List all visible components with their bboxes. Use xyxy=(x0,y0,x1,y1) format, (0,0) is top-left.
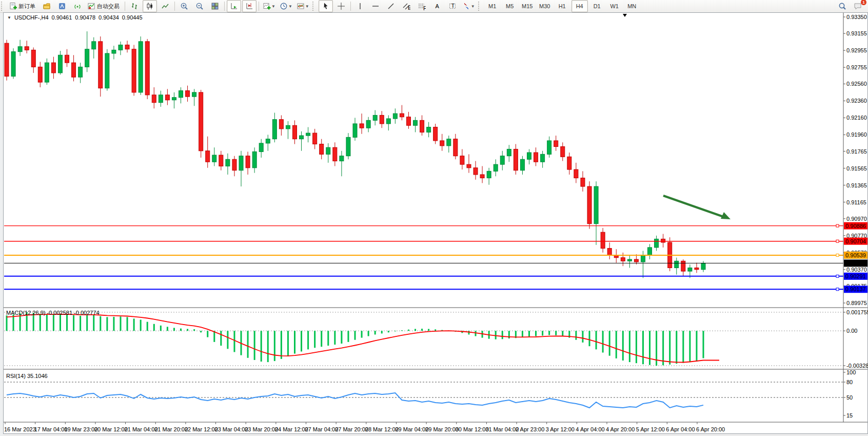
horizontal-line-button[interactable] xyxy=(368,0,383,12)
indicators-button[interactable]: ▼ xyxy=(261,0,277,12)
search-icon xyxy=(838,2,846,10)
svg-text:16 Mar 2023: 16 Mar 2023 xyxy=(4,426,36,432)
line-chart-button[interactable] xyxy=(158,0,172,12)
price-chart[interactable]: 0.933500.931550.929550.927550.925600.923… xyxy=(0,12,868,436)
zoom-in-icon xyxy=(180,2,188,10)
svg-text:0.93350: 0.93350 xyxy=(846,14,867,20)
cursor-button[interactable] xyxy=(319,0,333,12)
svg-text:0.89975: 0.89975 xyxy=(846,300,867,306)
timeframe-m30-button[interactable]: M30 xyxy=(537,0,553,12)
svg-text:0.92160: 0.92160 xyxy=(846,115,867,121)
svg-text:0.91365: 0.91365 xyxy=(846,182,867,188)
autotrading-label: 自动交易 xyxy=(97,3,120,10)
timeframe-m1-button[interactable]: M1 xyxy=(484,0,501,12)
svg-text:0.92560: 0.92560 xyxy=(846,81,867,87)
toolbar-grip[interactable] xyxy=(478,2,482,11)
profiles-icon xyxy=(43,2,51,10)
timeframe-h1-button[interactable]: H1 xyxy=(554,0,570,12)
svg-text:0.90137: 0.90137 xyxy=(845,286,866,292)
svg-text:0.91165: 0.91165 xyxy=(846,199,866,205)
quote-low: 0.90434 xyxy=(98,14,119,21)
svg-text:MACD(12,26,9) -0.002581 -0.002: MACD(12,26,9) -0.002581 -0.002774 xyxy=(6,310,100,316)
crosshair-icon xyxy=(337,2,345,10)
tile-windows-button[interactable] xyxy=(208,0,222,12)
periods-button[interactable]: ▼ xyxy=(278,0,294,12)
templates-button[interactable]: ▼ xyxy=(295,0,311,12)
timeframe-d1-button[interactable]: D1 xyxy=(589,0,605,12)
toolbar-separator xyxy=(125,2,125,11)
svg-text:6 Apr 20:00: 6 Apr 20:00 xyxy=(696,426,725,432)
svg-text:0.001755: 0.001755 xyxy=(846,309,868,315)
toolbar-separator xyxy=(224,2,225,11)
timeframe-group: M1M5M15M30H1H4D1W1MN xyxy=(484,0,641,12)
toolbar-grip[interactable] xyxy=(312,2,316,11)
cursor-icon xyxy=(322,2,330,10)
svg-text:27 Mar 20:00: 27 Mar 20:00 xyxy=(335,426,368,432)
auto-scroll-button[interactable] xyxy=(227,0,241,12)
candlestick-chart-button[interactable] xyxy=(143,0,157,12)
svg-text:27 Mar 04:00: 27 Mar 04:00 xyxy=(305,426,339,432)
timeframe-m5-button[interactable]: M5 xyxy=(502,0,518,12)
chart-shift-button[interactable] xyxy=(242,0,257,12)
chat-button[interactable]: 1 xyxy=(851,0,865,12)
zoom-out-button[interactable] xyxy=(192,0,207,12)
svg-text:100: 100 xyxy=(846,369,856,375)
svg-text:31 Mar 04:00: 31 Mar 04:00 xyxy=(485,426,519,432)
svg-text:-0.003284: -0.003284 xyxy=(846,363,868,369)
chart-menu-caret-icon[interactable]: ▼ xyxy=(7,15,11,20)
svg-text:0.93155: 0.93155 xyxy=(846,30,867,36)
vertical-line-button[interactable] xyxy=(353,0,367,12)
autotrading-icon xyxy=(87,2,95,10)
svg-text:0.92755: 0.92755 xyxy=(846,64,867,70)
svg-text:0.90291: 0.90291 xyxy=(845,273,866,279)
fibonacci-button[interactable]: F xyxy=(415,0,429,12)
new-order-button[interactable]: 新订单 xyxy=(7,0,38,12)
tile-windows-icon xyxy=(211,2,219,10)
svg-text:0.90370: 0.90370 xyxy=(846,267,867,273)
trendline-icon xyxy=(387,2,395,10)
text-label-icon: T xyxy=(448,2,457,10)
rsi-label: RSI(14) 35.1046 xyxy=(6,373,48,379)
svg-text:28 Mar 12:00: 28 Mar 12:00 xyxy=(365,426,399,432)
toolbar-grip[interactable] xyxy=(1,2,5,11)
search-button[interactable] xyxy=(835,0,850,12)
timeframe-h4-button[interactable]: H4 xyxy=(571,0,588,12)
svg-text:0.90970: 0.90970 xyxy=(846,216,867,222)
new-order-icon xyxy=(9,2,17,10)
toolbar-separator xyxy=(350,2,351,11)
text-button[interactable]: A xyxy=(430,0,444,12)
text-label-button[interactable]: T xyxy=(445,0,460,12)
svg-text:17 Mar 04:00: 17 Mar 04:00 xyxy=(34,426,68,432)
bar-chart-button[interactable] xyxy=(127,0,142,12)
svg-text:4 Apr 20:00: 4 Apr 20:00 xyxy=(606,426,635,432)
toolbar-separator xyxy=(174,2,175,11)
crosshair-button[interactable] xyxy=(334,0,348,12)
timeframe-w1-button[interactable]: W1 xyxy=(606,0,623,12)
timeframe-m15-button[interactable]: M15 xyxy=(519,0,536,12)
signals-button[interactable] xyxy=(70,0,85,12)
arrows-button[interactable]: ▼ xyxy=(461,0,477,12)
autotrading-button[interactable]: 自动交易 xyxy=(86,0,123,12)
arrows-icon xyxy=(462,2,470,10)
svg-text:T: T xyxy=(451,3,455,9)
svg-text:23 Mar 20:00: 23 Mar 20:00 xyxy=(245,426,278,432)
trendline-button[interactable] xyxy=(384,0,398,12)
svg-text:A: A xyxy=(435,3,439,9)
svg-text:3 Apr 12:00: 3 Apr 12:00 xyxy=(546,426,575,432)
profiles-button[interactable] xyxy=(40,0,54,12)
timeframe-mn-button[interactable]: MN xyxy=(624,0,640,12)
templates-icon xyxy=(297,2,305,10)
macd-label: MACD(12,26,9) -0.002581 -0.002774 xyxy=(6,310,100,316)
svg-text:6 Apr 04:00: 6 Apr 04:00 xyxy=(666,426,695,432)
quote-open: 0.90461 xyxy=(52,14,72,21)
metaeditor-button[interactable] xyxy=(55,0,69,12)
svg-text:2 Apr 23:00: 2 Apr 23:00 xyxy=(516,426,544,432)
svg-text:F: F xyxy=(423,5,426,11)
equidistant-channel-button[interactable]: E xyxy=(399,0,413,12)
new-order-label: 新订单 xyxy=(18,3,35,10)
svg-text:4 Apr 04:00: 4 Apr 04:00 xyxy=(576,426,604,432)
chat-badge: 1 xyxy=(861,0,866,5)
auto-scroll-icon xyxy=(230,2,238,10)
zoom-in-button[interactable] xyxy=(177,0,191,12)
svg-text:80: 80 xyxy=(846,379,853,385)
